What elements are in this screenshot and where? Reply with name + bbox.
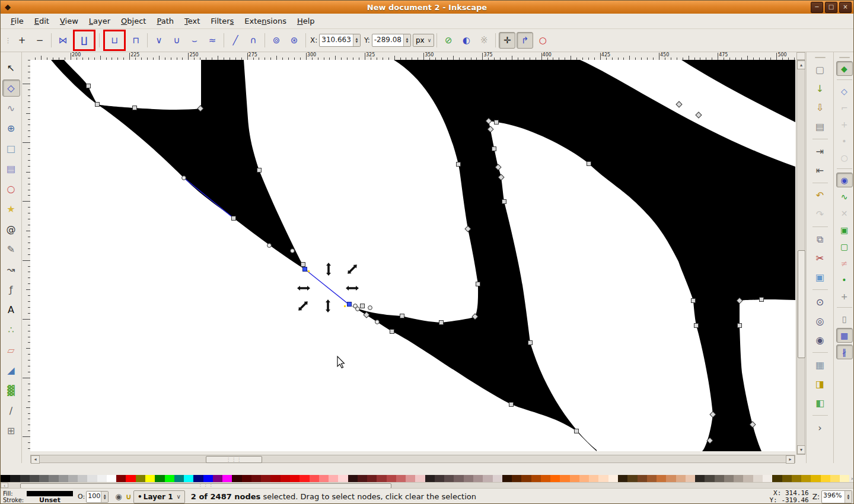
unit-dropdown[interactable]: px∨ [413, 34, 434, 47]
menu-extensions[interactable]: Extensions [239, 14, 292, 28]
palette-swatch[interactable] [396, 475, 406, 482]
palette-swatch[interactable] [483, 475, 492, 482]
palette-swatch[interactable] [319, 475, 329, 482]
edit-mask-button[interactable]: ◐ [458, 32, 474, 49]
title-bar[interactable]: ◆ New document 2 - Inkscape − □ × [1, 1, 853, 14]
spray-tool[interactable]: ∴ [2, 321, 20, 339]
node-scale-handle-d[interactable] [297, 299, 309, 312]
palette-swatch[interactable] [87, 475, 97, 482]
node-corner-button[interactable]: ∨ [151, 32, 167, 49]
fill-stroke-indicator[interactable]: Fill: Stroke: Unset [3, 490, 73, 503]
palette-swatch[interactable] [281, 475, 290, 482]
palette-swatch[interactable] [618, 475, 627, 482]
snap-paths-button[interactable]: ∿ [836, 189, 853, 204]
palette-swatch[interactable] [367, 475, 377, 482]
palette-swatch[interactable] [261, 475, 270, 482]
palette-swatch[interactable] [801, 475, 811, 482]
palette-swatch[interactable] [715, 475, 724, 482]
path-node-square[interactable] [694, 324, 699, 328]
zoom-control[interactable]: Z: 396%▲▼ [812, 490, 852, 503]
palette-swatch[interactable] [222, 475, 232, 482]
palette-swatch[interactable] [608, 475, 618, 482]
palette-swatch[interactable] [550, 475, 560, 482]
snap-rotation-centers-button[interactable]: + [836, 289, 853, 304]
palette-swatch[interactable] [705, 475, 714, 482]
connector-tool[interactable]: ⊞ [2, 422, 20, 439]
menu-help[interactable]: Help [292, 14, 320, 28]
zoom-value[interactable]: 396% [822, 491, 845, 503]
path-node-square[interactable] [439, 321, 444, 325]
snap-object-centers-button[interactable]: • [836, 272, 853, 287]
palette-swatch[interactable] [145, 475, 155, 482]
palette-swatch[interactable] [792, 475, 801, 482]
palette-swatch[interactable] [193, 475, 203, 482]
palette-swatch[interactable] [821, 475, 830, 482]
palette-swatch[interactable] [435, 475, 444, 482]
palette-swatch[interactable] [136, 475, 145, 482]
dropper-tool[interactable]: ∕ [2, 402, 20, 419]
tweak-tool[interactable]: ∿ [2, 100, 20, 117]
palette-swatch[interactable] [695, 475, 705, 482]
path-node-square[interactable] [509, 403, 514, 407]
path-shape-wedge[interactable] [51, 60, 305, 269]
segment-line-button[interactable]: ╱ [227, 32, 244, 49]
cut-button[interactable]: ✂ [811, 250, 830, 267]
palette-swatch[interactable] [299, 475, 309, 482]
text-tool[interactable]: A [2, 301, 20, 318]
path-node-square[interactable] [301, 263, 305, 267]
palette-swatch[interactable] [78, 475, 87, 482]
show-bezier-handles-button[interactable]: ↱ [517, 32, 533, 49]
save-document-button[interactable]: ⇩ [811, 99, 830, 116]
canvas[interactable] [30, 60, 795, 451]
menu-layer[interactable]: Layer [84, 14, 116, 28]
edit-clipping-path-button[interactable]: ⊘ [440, 32, 457, 49]
scroll-left-icon[interactable]: ◂ [31, 455, 40, 464]
menu-filters[interactable]: Filters [205, 14, 239, 28]
palette-swatch[interactable] [270, 475, 280, 482]
palette-swatch[interactable] [415, 475, 425, 482]
path-node-square[interactable] [361, 304, 365, 308]
path-node-square[interactable] [232, 216, 236, 221]
layer-visibility-icon[interactable]: ◉ [115, 492, 122, 501]
node-scale-handle-v[interactable] [326, 263, 331, 276]
palette-swatch[interactable] [358, 475, 367, 482]
node-symmetric-button[interactable]: ⌣ [186, 32, 203, 49]
path-node-square[interactable] [95, 103, 100, 107]
undo-button[interactable]: ↶ [811, 187, 830, 204]
menu-view[interactable]: View [55, 14, 84, 28]
menu-path[interactable]: Path [151, 14, 179, 28]
box-3d-tool[interactable]: ▤ [2, 160, 20, 177]
import-button[interactable]: ⇥ [811, 143, 830, 160]
palette-swatch[interactable] [68, 475, 78, 482]
path-node-square[interactable] [257, 168, 262, 173]
palette-swatch[interactable] [20, 475, 30, 482]
palette-swatch[interactable] [310, 475, 319, 482]
node-y-field-spinbox[interactable]: -289.08▲▼ [372, 34, 411, 47]
palette-swatch[interactable] [686, 475, 695, 482]
bar-grip[interactable] [839, 57, 850, 58]
path-node-square[interactable] [133, 106, 137, 110]
path-node-square[interactable] [400, 314, 404, 318]
palette-swatch[interactable] [377, 475, 386, 482]
palette-swatch[interactable] [1, 475, 10, 482]
node-scale-handle-v[interactable] [326, 299, 330, 312]
export-button[interactable]: ⇤ [811, 162, 830, 179]
palette-swatch[interactable] [743, 475, 753, 482]
pencil-tool[interactable]: ✎ [2, 241, 20, 258]
scroll-up-icon[interactable]: ▴ [797, 60, 805, 69]
fill-swatch[interactable] [27, 491, 73, 496]
object-to-path-button[interactable]: ⊚ [268, 32, 285, 49]
layer-lock-icon[interactable]: ∪ [126, 492, 132, 501]
paste-button[interactable]: ▣ [811, 269, 830, 286]
path-node-square[interactable] [587, 162, 591, 166]
palette-swatch[interactable] [570, 475, 579, 482]
scroll-right-icon[interactable]: ▸ [786, 455, 795, 464]
insert-node-button[interactable]: + [14, 32, 30, 49]
path-node-square[interactable] [738, 324, 742, 328]
segment-curve-button[interactable]: ∩ [245, 32, 262, 49]
path-node-square[interactable] [528, 341, 533, 345]
palette-swatch[interactable] [329, 475, 338, 482]
v-scroll-thumb[interactable] [798, 250, 805, 358]
path-node-square[interactable] [692, 299, 696, 303]
path-node-square[interactable] [87, 84, 91, 88]
